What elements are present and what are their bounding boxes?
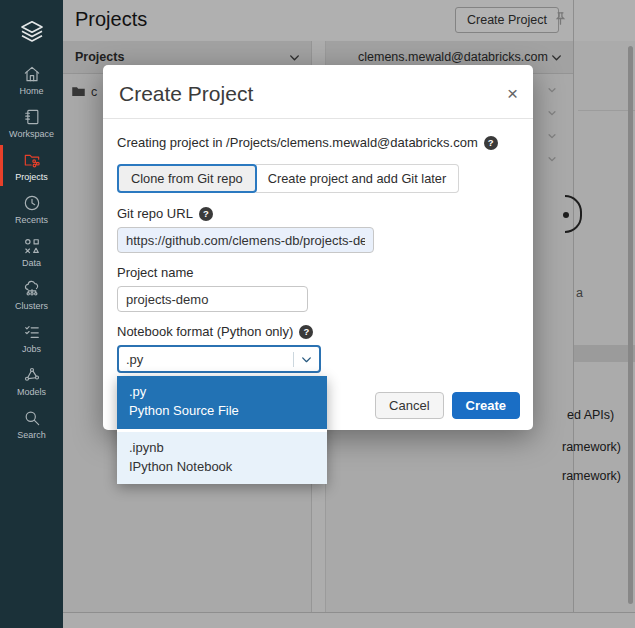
sidebar-item-recents[interactable]: Recents: [0, 187, 63, 230]
clusters-icon: [22, 279, 42, 299]
source-tab-group: Clone from Git repo Create project and a…: [117, 164, 519, 193]
tab-add-git-later[interactable]: Create project and add Git later: [256, 164, 460, 193]
sidebar-item-label: Recents: [15, 215, 48, 225]
create-button[interactable]: Create: [452, 392, 520, 419]
close-icon[interactable]: ×: [507, 87, 518, 101]
sidebar-item-jobs[interactable]: Jobs: [0, 316, 63, 359]
sidebar-item-label: Clusters: [15, 301, 48, 311]
modal-body: Creating project in /Projects/clemens.me…: [103, 119, 533, 373]
option-description: Python Source File: [129, 402, 315, 421]
sidebar-item-label: Data: [22, 258, 41, 268]
notebook-format-value: .py: [119, 352, 293, 367]
dropdown-option-py[interactable]: .py Python Source File: [117, 376, 327, 429]
project-name-input[interactable]: [117, 286, 308, 312]
cancel-button[interactable]: Cancel: [375, 392, 443, 419]
jobs-icon: [22, 322, 42, 342]
tab-clone-from-git[interactable]: Clone from Git repo: [117, 164, 257, 193]
git-repo-url-label: Git repo URL ?: [117, 206, 519, 221]
sidebar-item-data[interactable]: Data: [0, 230, 63, 273]
sidebar-item-clusters[interactable]: Clusters: [0, 273, 63, 316]
modal-footer: Cancel Create: [375, 392, 520, 419]
creating-in-text: Creating project in /Projects/clemens.me…: [117, 135, 519, 150]
notebook-format-select-wrap: .py .py Python Source File .ipynb IPytho…: [117, 345, 321, 373]
data-icon: [22, 236, 42, 256]
nav-items: Home Workspace Projects Recents Data Clu…: [0, 58, 63, 445]
home-icon: [22, 64, 42, 84]
sidebar-item-label: Workspace: [9, 129, 54, 139]
databricks-logo-icon[interactable]: [0, 12, 63, 54]
create-project-modal: Create Project × Creating project in /Pr…: [103, 65, 533, 430]
sidebar-item-models[interactable]: Models: [0, 359, 63, 402]
nav-sidebar: Home Workspace Projects Recents Data Clu…: [0, 0, 63, 628]
sidebar-item-label: Jobs: [22, 344, 41, 354]
models-icon: [22, 365, 42, 385]
modal-header: Create Project ×: [103, 65, 533, 119]
sidebar-item-label: Search: [17, 430, 46, 440]
question-circle-icon[interactable]: ?: [299, 325, 313, 339]
app-window: Home Workspace Projects Recents Data Clu…: [0, 0, 635, 628]
project-name-label: Project name: [117, 265, 519, 280]
question-circle-icon[interactable]: ?: [199, 207, 213, 221]
projects-icon: [22, 150, 42, 170]
sidebar-item-workspace[interactable]: Workspace: [0, 101, 63, 144]
search-icon: [22, 408, 42, 428]
notebook-format-select[interactable]: .py: [117, 345, 321, 373]
modal-title: Create Project: [119, 82, 517, 106]
workspace-icon: [22, 107, 42, 127]
sidebar-item-home[interactable]: Home: [0, 58, 63, 101]
notebook-format-dropdown: .py Python Source File .ipynb IPython No…: [117, 376, 327, 484]
question-circle-icon[interactable]: ?: [484, 136, 498, 150]
git-repo-url-input[interactable]: [117, 227, 374, 253]
dropdown-option-ipynb[interactable]: .ipynb IPython Notebook: [117, 432, 327, 485]
sidebar-item-projects[interactable]: Projects: [0, 144, 63, 187]
sidebar-item-label: Models: [17, 387, 46, 397]
notebook-format-label: Notebook format (Python only) ?: [117, 324, 519, 339]
sidebar-item-search[interactable]: Search: [0, 402, 63, 445]
option-description: IPython Notebook: [129, 458, 315, 477]
option-ext: .ipynb: [129, 439, 315, 458]
chevron-down-icon: [294, 353, 319, 366]
recents-icon: [22, 193, 42, 213]
option-ext: .py: [129, 383, 315, 402]
sidebar-item-label: Home: [19, 86, 43, 96]
sidebar-item-label: Projects: [15, 172, 48, 182]
